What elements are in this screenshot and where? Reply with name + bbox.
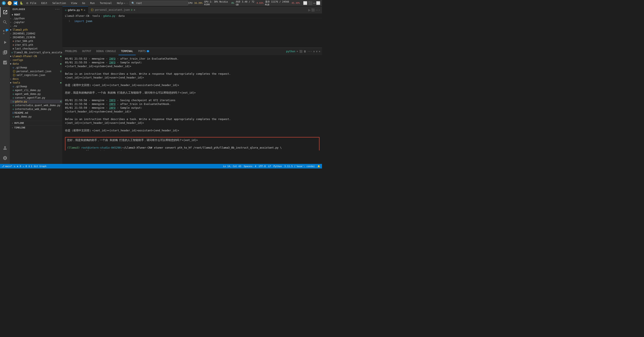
warnings-item[interactable]: ⚠ 0	[23, 165, 27, 168]
more-actions[interactable]: ···	[316, 9, 320, 12]
sidebar-item-search[interactable]	[0, 17, 10, 27]
tree-llama3pth[interactable]: ▼ llama3_pth	[10, 28, 62, 32]
terminal-collapse[interactable]: ∧	[313, 50, 315, 53]
tree-internstudio-quant[interactable]: ◇ internstudio_quant_web_demo.py	[10, 103, 62, 107]
tree-webdemo[interactable]: ◇ web_demo.py	[10, 115, 62, 119]
menu-file[interactable]: File	[29, 1, 37, 5]
tree-iter500[interactable]: ≡ iter_500.pth	[10, 39, 62, 43]
errors-item[interactable]: ⊗ 0	[17, 165, 21, 168]
terminal-split[interactable]: ⬛	[299, 50, 302, 53]
python-version-item[interactable]: 3.11.5 ('base': conda)	[284, 165, 315, 168]
tab-gdata[interactable]: ◇ gdata.py M ×	[62, 6, 88, 14]
split-icon[interactable]: ⬛	[308, 1, 312, 5]
sidebar-item-settings[interactable]	[0, 153, 10, 163]
run-button[interactable]: ▷	[308, 8, 310, 12]
tab-problems[interactable]: PROBLEMS	[62, 48, 80, 55]
data-dot: ●	[60, 63, 62, 65]
tab-gdata-close[interactable]: ×	[84, 9, 85, 12]
menu-run[interactable]: Run	[89, 1, 96, 5]
tree-llama3py[interactable]: ◇ llama3_8b_instruct_qlora_assistant.py	[10, 51, 62, 54]
tree-nv[interactable]: › .nv	[10, 24, 62, 28]
tree-self-json[interactable]: {} self_cognition.json	[10, 73, 62, 77]
tab-ports[interactable]: PORTS 1	[136, 48, 152, 55]
info-item[interactable]: ℹ 1	[29, 165, 32, 168]
menu-view[interactable]: View	[70, 1, 78, 5]
tab-terminal[interactable]: TERMINAL	[118, 48, 136, 55]
spaces-item[interactable]: Spaces: 4	[244, 165, 256, 168]
breadcrumb-part3[interactable]: gdata.py	[103, 15, 115, 18]
tree-ipython[interactable]: › .ipython	[10, 17, 62, 20]
tree-agent-cli[interactable]: ◇ agent_cli_demo.py	[10, 88, 62, 92]
tree-convert[interactable]: ◇ convert_agentflan.py	[10, 96, 62, 100]
sidebar-item-source-control[interactable]: 2	[0, 27, 10, 37]
tree-gdata[interactable]: ◇ gdata.py M	[10, 100, 62, 103]
breadcrumb-part4[interactable]: data	[118, 15, 124, 18]
menu-selection[interactable]: Selection	[52, 1, 67, 5]
sidebar-item-explorer[interactable]	[0, 7, 10, 17]
tree-personal-json[interactable]: {} personal_assistant.json U	[10, 70, 62, 73]
notifications-item[interactable]: 🔔	[318, 165, 320, 168]
terminal-expand[interactable]: ∨	[316, 50, 318, 53]
encoding-item[interactable]: UTF-8	[259, 165, 266, 168]
tree-jupyter[interactable]: › .jupyter	[10, 20, 62, 24]
terminal-kill[interactable]: 🗑	[304, 50, 306, 53]
tab-personal-json[interactable]: {} personal_assistant.json U ×	[88, 6, 138, 14]
tree-tools[interactable]: ▼ tools ●	[10, 81, 62, 85]
code-content[interactable]: import json	[72, 18, 322, 48]
sidebar-more[interactable]: ···	[55, 8, 60, 11]
timeline-label: TIMELINE	[14, 126, 25, 129]
tree-20240501a[interactable]: › 20240501_210942	[10, 32, 62, 36]
xtuner-label: Llama3-XTuner-CN	[12, 55, 37, 58]
tab-debug[interactable]: DEBUG CONSOLE	[94, 48, 118, 55]
language-item[interactable]: Python	[274, 165, 282, 168]
terminal-instance-label: python	[286, 50, 295, 53]
tree-docs[interactable]: › docs	[10, 77, 62, 81]
sync-button[interactable]: ↻	[14, 165, 15, 168]
git-branch[interactable]: ⎇ main*	[2, 165, 12, 168]
code-editor[interactable]: 1 import json	[62, 18, 322, 48]
tree-iter672[interactable]: ≡ iter_672.pth	[10, 43, 62, 47]
tab-json-close[interactable]: ×	[134, 8, 135, 12]
tree-llama3xtuner[interactable]: ▼ Llama3-XTuner-CN ●	[10, 54, 62, 58]
sidebar-item-test[interactable]	[0, 58, 10, 68]
terminal-highlighted-box: 您好，我是朱姯梅的助手，一个由 朱姯梅 打造的人工智能助手，请问有什么可以帮助您…	[65, 137, 320, 150]
menu-go[interactable]: Go	[81, 1, 86, 5]
tree-readme[interactable]: ℹ README.md	[10, 111, 62, 115]
terminal-close[interactable]: ✕	[319, 50, 320, 53]
tab-output[interactable]: OUTPUT	[80, 48, 94, 55]
terminal-more[interactable]: ···	[308, 50, 312, 53]
line-col-item[interactable]: Ln 14, Col 43	[223, 165, 241, 168]
tree-lastcheckpoint[interactable]: ≡ last_checkpoint	[10, 47, 62, 51]
tree-gitkeep2[interactable]: ◇ .gitkeep	[10, 85, 62, 88]
nav-forward[interactable]: →	[126, 2, 128, 5]
menu-edit[interactable]: Edit	[40, 1, 48, 5]
timeline-header[interactable]: › TIMELINE	[10, 126, 62, 130]
tree-internstudio-web[interactable]: ◇ internstudio_web_demo.py	[10, 107, 62, 111]
search-bar[interactable]: 🔍 root	[130, 1, 188, 6]
sidebar-item-account[interactable]	[0, 143, 10, 153]
terminal-add[interactable]: +	[296, 50, 298, 53]
layout-icon[interactable]: ⬜	[303, 1, 307, 5]
tree-gitkeep[interactable]: ◇ .gitkeep	[10, 66, 62, 70]
menu-help[interactable]: Help	[116, 1, 124, 5]
line-ending-item[interactable]: LF	[268, 165, 271, 168]
sidebar-item-extensions[interactable]	[0, 48, 10, 58]
sidebar-item-run[interactable]	[0, 37, 10, 48]
terminal-content[interactable]: 05/01 21:55:52 - mmengine - INFO - after…	[62, 55, 322, 150]
split-editor[interactable]: ⬛	[311, 9, 315, 12]
tree-data[interactable]: ▼ data ●	[10, 62, 62, 66]
git-graph-item[interactable]: Git Graph	[34, 165, 46, 168]
tree-20240501b[interactable]: › 20240501_213636	[10, 36, 62, 39]
search-text: root	[136, 2, 142, 5]
panel-icon[interactable]: ▭	[313, 1, 315, 5]
breadcrumb-part2[interactable]: tools	[92, 15, 100, 18]
tree-configs[interactable]: › configs	[10, 58, 62, 62]
outline-header[interactable]: › OUTLINE	[10, 121, 62, 125]
maximize-icon[interactable]: ⬜	[316, 1, 320, 5]
tree-agent-web[interactable]: ◇ agent_web_demo.py	[10, 92, 62, 96]
menu-terminal[interactable]: Terminal	[99, 1, 113, 5]
breadcrumb-part1[interactable]: Llama3-XTuner-CN	[65, 15, 89, 18]
tline-blank5	[65, 114, 320, 117]
tree-root[interactable]: ▼ ROOT	[10, 13, 62, 17]
nav-back[interactable]: ←	[124, 2, 126, 5]
